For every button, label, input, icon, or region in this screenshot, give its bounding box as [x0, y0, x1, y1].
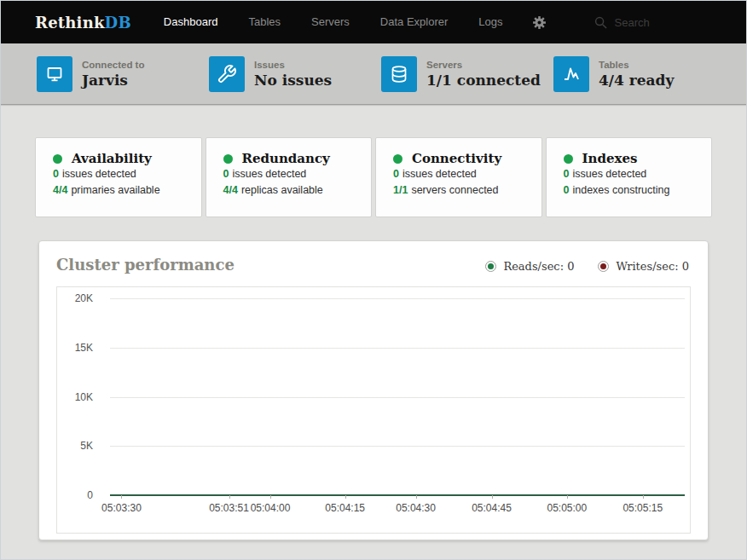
- x-tick-label: 05:03:30: [101, 502, 142, 514]
- x-tick: [567, 495, 568, 499]
- x-tick-label: 05:04:30: [396, 502, 436, 514]
- panel-line: 4/4replicas available: [223, 182, 360, 199]
- performance-chart: 20K15K10K5K0 05:03:3005:03:5105:04:0005:…: [56, 286, 691, 534]
- gridline: [110, 348, 685, 349]
- zero-line: [110, 494, 685, 496]
- status-label: Issues: [254, 59, 332, 72]
- nav-links: Dashboard Tables Servers Data Explorer L…: [148, 1, 518, 43]
- panel-title: Connectivity: [412, 151, 501, 166]
- panel-title: Redundancy: [242, 151, 330, 166]
- logo[interactable]: RethinkDB: [35, 14, 131, 32]
- status-servers: Servers 1/1 connected: [381, 56, 553, 92]
- panel-line: 0indexes constructing: [564, 182, 700, 199]
- x-tick: [121, 495, 122, 499]
- legend-label: Writes/sec: 0: [616, 260, 689, 273]
- nav-item-servers[interactable]: Servers: [296, 1, 365, 43]
- writes-legend-dot-icon: [598, 261, 609, 272]
- status-dot-icon: [393, 154, 402, 164]
- status-tables: Tables 4/4 ready: [553, 56, 726, 92]
- panel-line: 0issues detected: [393, 166, 530, 182]
- status-value: Jarvis: [82, 72, 144, 89]
- y-tick-label: 10K: [75, 391, 93, 403]
- status-label: Servers: [426, 59, 541, 72]
- x-tick-label: 05:05:00: [547, 502, 587, 514]
- legend-label: Reads/sec: 0: [503, 260, 574, 273]
- status-panels-row: Availability 0issues detected 4/4primari…: [35, 137, 712, 217]
- cluster-performance-panel: Cluster performance Reads/sec: 0 Writes/…: [38, 240, 709, 540]
- x-tick: [229, 495, 230, 499]
- chart-legend: Reads/sec: 0 Writes/sec: 0: [485, 260, 689, 273]
- status-label: Tables: [599, 59, 674, 72]
- panel-title: Indexes: [582, 151, 638, 166]
- x-tick-label: 05:03:51: [209, 502, 249, 514]
- x-tick: [643, 495, 644, 499]
- x-tick: [492, 495, 493, 499]
- database-icon: [381, 56, 417, 92]
- wrench-icon: [209, 56, 245, 92]
- gridline: [110, 298, 685, 299]
- y-tick-label: 0: [87, 489, 93, 501]
- nav-item-data-explorer[interactable]: Data Explorer: [365, 1, 463, 43]
- y-tick-label: 15K: [75, 342, 93, 354]
- gridline: [110, 446, 685, 447]
- settings-gear-icon[interactable]: [532, 15, 547, 30]
- connectivity-panel: Connectivity 0issues detected 1/1servers…: [375, 137, 542, 217]
- reads-legend-dot-icon: [485, 261, 496, 272]
- status-label: Connected to: [82, 59, 144, 72]
- status-value: 1/1 connected: [426, 72, 541, 89]
- x-tick-label: 05:04:45: [472, 502, 512, 514]
- logo-part2: DB: [105, 14, 131, 32]
- plot-area: 05:03:3005:03:5105:04:0005:04:1505:04:30…: [110, 298, 685, 495]
- status-bar: Connected to Jarvis Issues No issues: [1, 43, 746, 105]
- panel-line: 0issues detected: [564, 166, 700, 182]
- legend-reads: Reads/sec: 0: [485, 260, 574, 273]
- x-tick: [270, 495, 271, 499]
- main-content: Availability 0issues detected 4/4primari…: [1, 105, 746, 540]
- search-icon: [594, 16, 607, 29]
- nav-item-logs[interactable]: Logs: [463, 1, 518, 43]
- y-tick-label: 5K: [80, 440, 93, 452]
- x-tick-label: 05:04:00: [251, 502, 291, 514]
- page: RethinkDB Dashboard Tables Servers Data …: [0, 0, 747, 560]
- availability-panel: Availability 0issues detected 4/4primari…: [35, 137, 202, 217]
- gridline: [110, 397, 685, 398]
- panel-line: 4/4primaries available: [53, 182, 189, 199]
- panel-line: 0issues detected: [223, 166, 360, 182]
- status-dot-icon: [564, 154, 573, 164]
- x-tick-label: 05:05:15: [622, 502, 663, 514]
- logo-part1: Rethink: [35, 14, 105, 32]
- legend-writes: Writes/sec: 0: [598, 260, 689, 273]
- pulse-icon: [553, 56, 589, 92]
- status-value: 4/4 ready: [599, 72, 674, 89]
- search-box: [594, 16, 726, 29]
- y-axis-labels: 20K15K10K5K0: [57, 298, 101, 495]
- y-tick-label: 20K: [75, 292, 93, 304]
- nav-bar: RethinkDB Dashboard Tables Servers Data …: [1, 1, 746, 43]
- status-connected: Connected to Jarvis: [37, 56, 209, 92]
- nav-item-tables[interactable]: Tables: [233, 1, 296, 43]
- panel-line: 1/1servers connected: [393, 182, 530, 199]
- status-value: No issues: [254, 72, 332, 89]
- x-tick-label: 05:04:15: [325, 502, 365, 514]
- indexes-panel: Indexes 0issues detected 0indexes constr…: [546, 137, 713, 217]
- status-issues: Issues No issues: [209, 56, 381, 92]
- panel-title: Availability: [72, 151, 152, 166]
- nav-item-dashboard[interactable]: Dashboard: [148, 1, 234, 43]
- x-tick: [345, 495, 346, 499]
- status-dot-icon: [223, 154, 233, 164]
- search-input[interactable]: [615, 16, 726, 29]
- x-tick: [416, 495, 417, 499]
- panel-line: 0issues detected: [53, 166, 189, 182]
- status-dot-icon: [53, 154, 62, 164]
- redundancy-panel: Redundancy 0issues detected 4/4replicas …: [206, 137, 373, 217]
- monitor-icon: [37, 56, 72, 92]
